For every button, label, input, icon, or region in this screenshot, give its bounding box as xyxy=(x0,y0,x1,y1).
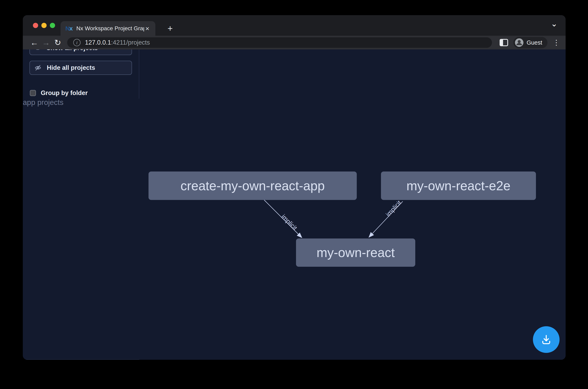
browser-tab[interactable]: Nx Nx Workspace Project Graph × xyxy=(61,21,155,36)
group-by-folder-label: Group by folder xyxy=(41,89,88,97)
download-graph-button[interactable] xyxy=(533,326,559,353)
graph-canvas[interactable]: implicit implicit create-my-own-react-ap… xyxy=(139,49,566,360)
avatar-icon xyxy=(515,38,523,47)
profile-button[interactable]: Guest xyxy=(513,37,548,48)
nx-favicon-icon: Nx xyxy=(65,25,72,32)
tab-strip: Nx Nx Workspace Project Graph × + ⌄ xyxy=(23,15,566,36)
graph-node-my-own-react[interactable]: my-own-react xyxy=(296,238,415,267)
graph-node-my-own-react-e2e[interactable]: my-own-react-e2e xyxy=(381,171,536,200)
group-by-folder-checkbox[interactable] xyxy=(30,90,36,96)
tab-title: Nx Workspace Project Graph xyxy=(76,25,144,32)
close-tab-icon[interactable]: × xyxy=(144,25,151,32)
new-tab-button[interactable]: + xyxy=(164,22,176,34)
profile-label: Guest xyxy=(527,39,542,46)
browser-window: Nx Nx Workspace Project Graph × + ⌄ ← → … xyxy=(23,15,566,360)
graph-edges: implicit implicit xyxy=(139,49,565,360)
hide-all-projects-button[interactable]: Hide all projects xyxy=(30,61,132,75)
eye-icon xyxy=(34,49,41,51)
section-app-projects: app projects xyxy=(23,99,139,360)
show-all-projects-button[interactable]: Show all projects xyxy=(30,49,132,55)
edge-label-implicit: implicit xyxy=(280,213,299,231)
browser-menu-icon[interactable]: ⋮ xyxy=(553,38,560,47)
traffic-lights xyxy=(33,23,55,28)
tab-search-chevron-icon[interactable]: ⌄ xyxy=(551,21,557,26)
address-bar[interactable]: i 127.0.0.1:4211/projects xyxy=(67,37,492,48)
browser-toolbar: ← → ↻ i 127.0.0.1:4211/projects Guest ⋮ xyxy=(23,36,566,49)
download-icon xyxy=(540,333,552,346)
zoom-window-button[interactable] xyxy=(50,23,55,28)
minimize-window-button[interactable] xyxy=(41,23,47,28)
graph-node-create-my-own-react-app[interactable]: create-my-own-react-app xyxy=(149,171,357,200)
sidebar: Show all projects Hide all projects Grou… xyxy=(23,49,139,360)
eye-off-icon xyxy=(34,64,42,71)
back-button[interactable]: ← xyxy=(29,37,40,48)
show-all-label: Show all projects xyxy=(46,49,98,52)
edge-label-implicit: implicit xyxy=(384,199,403,218)
forward-button[interactable]: → xyxy=(40,37,52,48)
site-info-icon[interactable]: i xyxy=(73,39,81,46)
reload-button[interactable]: ↻ xyxy=(52,37,64,48)
hide-all-label: Hide all projects xyxy=(47,64,95,71)
side-panel-icon[interactable] xyxy=(500,39,508,46)
nx-graph-app: Show all projects Hide all projects Grou… xyxy=(23,49,566,360)
url-text: 127.0.0.1:4211/projects xyxy=(85,39,150,46)
close-window-button[interactable] xyxy=(33,23,38,28)
